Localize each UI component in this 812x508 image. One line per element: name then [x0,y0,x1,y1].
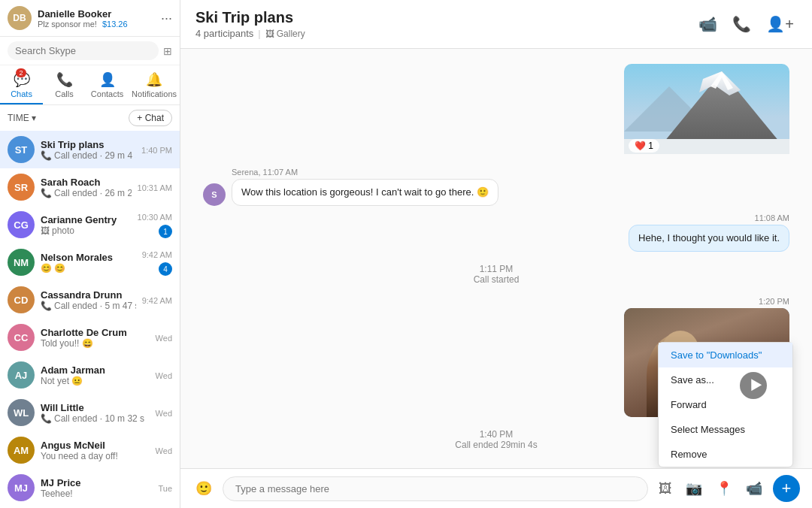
chat-avatar: SR [8,174,35,201]
unread-badge: 4 [159,262,172,276]
chat-item[interactable]: CG Carianne Gentry 🖼 photo 10:30 AM 1 [0,206,180,243]
sent-message-time: 11:08 AM [755,213,789,222]
add-participant-button[interactable]: 👤+ [763,12,797,36]
add-button[interactable]: + [773,475,800,502]
chat-avatar: AM [8,437,35,464]
chat-preview: Teehee! [41,488,152,499]
preview-text: Call ended · 26 m 23 s [54,188,132,198]
chat-item[interactable]: CD Cassandra Drunn 📞 Call ended · 5 m 47… [0,281,180,319]
chat-time: 9:42 AM [142,250,172,259]
context-menu-item[interactable]: Select Messages [659,417,792,442]
audio-call-button[interactable]: 📞 [729,12,754,36]
tab-contacts[interactable]: 👤 Contacts [86,65,129,104]
chat-list: ST Ski Trip plans 📞 Call ended · 29 m 4 … [0,131,180,508]
preview-text: Call ended · 5 m 47 s [54,301,136,311]
video-button[interactable]: 📹 [743,477,765,500]
chat-preview: Told you!! 😄 [41,338,150,349]
chat-time: 10:30 AM [138,213,172,222]
gallery-icon: 🖼 [265,29,274,39]
chat-item[interactable]: WL Will Little 📞 Call ended · 10 m 32 s … [0,394,180,431]
video-call-button[interactable]: 📹 [695,12,720,36]
chat-time: Wed [156,371,172,380]
chat-name: Cassandra Drunn [41,289,136,301]
chat-item[interactable]: SR Sarah Roach 📞 Call ended · 26 m 23 s … [0,168,180,206]
emoji-button[interactable]: 🙂 [192,477,215,500]
context-menu-item[interactable]: Save as... [659,367,792,392]
system-message-call-started: 1:11 PM Call started [203,259,789,289]
context-menu-item[interactable]: Remove [659,442,792,467]
chat-time: Tue [158,484,172,493]
chat-name: MJ Price [41,477,152,488]
search-input[interactable] [8,41,159,60]
chats-badge: 2 [16,68,26,77]
chat-time: Wed [156,409,172,418]
context-menu-item[interactable]: Forward [659,392,792,417]
chat-item[interactable]: NM Nelson Morales 😊 😊 9:42 AM 4 [0,243,180,281]
preview-text: Call ended · 10 m 32 s [54,413,144,424]
chat-preview: 📞 Call ended · 5 m 47 s [41,301,136,311]
tab-chats[interactable]: 💬 2 Chats [0,65,43,104]
chat-item[interactable]: MJ MJ Price Teehee! Tue [0,469,180,506]
location-button[interactable]: 📍 [713,477,735,500]
grid-icon[interactable]: ⊞ [163,45,172,57]
chat-name: Ski Trip plans [41,139,135,150]
gallery-link[interactable]: 🖼 Gallery [265,29,305,39]
more-options-icon[interactable]: ··· [161,11,172,26]
preview-icon: 📞 [41,301,52,311]
chat-time: 9:42 AM [142,296,172,305]
chat-item[interactable]: AJ Adam Jarman Not yet 😐 Wed [0,356,180,394]
chat-item[interactable]: CC Charlotte De Crum Told you!! 😄 Wed [0,319,180,356]
message-row-sent: 11:08 AM Hehe, I thought you would like … [203,213,789,252]
sidebar: DB Danielle Booker Plz sponsor me! $13.2… [0,0,180,508]
main-content: Ski Trip plans 4 participants | 🖼 Galler… [180,0,812,508]
chat-name: Adam Jarman [41,364,150,376]
calls-icon: 📞 [56,71,73,88]
chat-name: Charlotte De Crum [41,327,150,338]
preview-text: 😊 [54,263,65,274]
preview-text: You need a day off! [41,451,118,461]
serena-message-wrap: Serena, 11:07 AM Wow this location is go… [232,168,498,206]
profile-status: Plz sponsor me! $13.26 [38,20,155,29]
chat-avatar: CC [8,324,35,351]
chat-body: Ski Trip plans 📞 Call ended · 29 m 4 s [41,139,135,161]
preview-text: Told you!! 😄 [41,338,93,349]
tab-calls[interactable]: 📞 Calls [43,65,86,104]
profile-info: Danielle Booker Plz sponsor me! $13.26 [38,8,155,29]
chat-avatar: NM [8,249,35,276]
preview-icon: 😊 [41,263,52,274]
message-bubble: Wow this location is gorgeous! I can't w… [232,179,498,206]
chat-title: Ski Trip plans [195,9,305,26]
tab-notifications[interactable]: 🔔 Notifications [129,65,180,104]
snow-image-container: ❤️ 1 [624,64,789,157]
chat-avatar: CG [8,211,35,238]
chat-item[interactable]: ST Ski Trip plans 📞 Call ended · 29 m 4 … [0,131,180,168]
chat-item[interactable]: AM Angus McNeil You need a day off! Wed [0,431,180,469]
tab-notifications-label: Notifications [132,89,177,98]
chat-preview: Not yet 😐 [41,376,150,386]
chat-avatar: ST [8,136,35,163]
preview-text: Teehee! [41,488,73,499]
tab-calls-label: Calls [55,89,73,98]
chat-time: 10:31 AM [138,183,172,192]
media-button[interactable]: 🖼 [656,478,675,500]
chat-name: Carianne Gentry [41,214,132,225]
photo-button[interactable]: 📷 [683,477,705,500]
chat-preview: 📞 Call ended · 10 m 32 s [41,413,150,424]
chat-header-actions: 📹 📞 👤+ [695,12,797,36]
preview-text: Not yet 😐 [41,376,83,386]
preview-icon: 📞 [41,413,52,424]
preview-icon: 📞 [41,150,52,161]
video-message-time: 1:20 PM [759,297,789,306]
chat-body: MJ Price Teehee! [41,477,152,499]
sort-button[interactable]: TIME ▾ [8,113,36,123]
nav-tabs: 💬 2 Chats 📞 Calls 👤 Contacts 🔔 Notificat… [0,65,180,105]
chat-body: Nelson Morales 😊 😊 [41,252,136,274]
profile-bar: DB Danielle Booker Plz sponsor me! $13.2… [0,0,180,37]
preview-text: Call ended · 29 m 4 s [54,150,135,161]
sent-message-wrap: 11:08 AM Hehe, I thought you would like … [629,213,789,252]
chat-avatar: MJ [8,474,35,501]
avatar[interactable]: DB [8,6,32,30]
message-input[interactable] [223,476,648,501]
new-chat-button[interactable]: + Chat [129,110,172,126]
context-menu-item[interactable]: Save to "Downloads" [659,343,792,367]
